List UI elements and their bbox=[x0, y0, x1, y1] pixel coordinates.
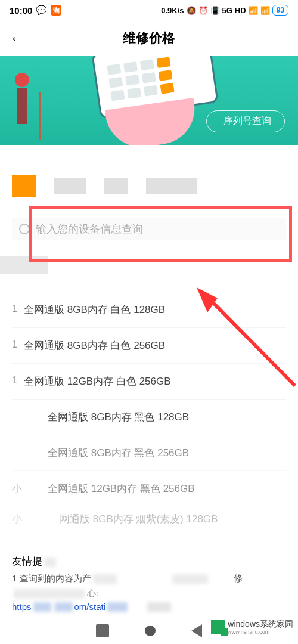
tab-row bbox=[12, 175, 286, 197]
watermark: windows系统家园 www.rishaifu.com bbox=[211, 619, 293, 635]
banner: 序列号查询 bbox=[0, 56, 298, 145]
alarm-icon: ⏰ bbox=[198, 6, 208, 15]
vibrate-icon: 📳 bbox=[210, 6, 220, 15]
list-item[interactable]: 全网通版 8GB内存 黑色 128GB bbox=[12, 400, 286, 435]
page-header: ← 维修价格 bbox=[0, 20, 298, 56]
list-item[interactable]: 全网通版 8GB内存 黑色 256GB bbox=[12, 435, 286, 471]
tab-active[interactable] bbox=[12, 175, 36, 197]
list-item[interactable]: 1 全网通版 8GB内存 白色 256GB bbox=[12, 328, 286, 364]
list-item[interactable]: 小 全网通版 12GB内存 黑色 256GB bbox=[12, 471, 286, 506]
search-icon bbox=[19, 224, 30, 234]
wifi-icon: 📶 bbox=[260, 6, 270, 15]
tab-item[interactable] bbox=[146, 178, 197, 194]
message-icon: 💬 bbox=[36, 5, 47, 16]
nav-recent-button[interactable] bbox=[96, 624, 109, 637]
hd-icon: HD bbox=[235, 6, 246, 15]
device-list: 1 全网通版 8GB内存 白色 128GB 1 全网通版 8GB内存 白色 25… bbox=[12, 292, 286, 537]
taobao-icon: 淘 bbox=[51, 5, 61, 16]
bell-off-icon: 🔕 bbox=[187, 6, 196, 15]
result-blur bbox=[0, 256, 48, 274]
tab-item[interactable] bbox=[54, 178, 86, 194]
signal-icon: 📶 bbox=[249, 6, 258, 15]
signal-5g-icon: 5G bbox=[222, 6, 232, 15]
list-item[interactable]: 1 全网通版 12GB内存 白色 256GB bbox=[12, 364, 286, 400]
page-title: 维修价格 bbox=[123, 29, 175, 47]
status-bar: 10:00 💬 淘 0.9K/s 🔕 ⏰ 📳 5G HD 📶 📶 93 bbox=[0, 0, 298, 20]
tab-item[interactable] bbox=[104, 178, 128, 194]
watermark-logo-icon bbox=[211, 620, 225, 634]
status-time: 10:00 bbox=[10, 5, 32, 16]
back-button[interactable]: ← bbox=[10, 29, 25, 48]
serial-query-button[interactable]: 序列号查询 bbox=[206, 110, 285, 132]
search-placeholder: 输入您的设备信息查询 bbox=[36, 222, 143, 236]
list-item[interactable]: 小 网通版 8GB内存 烟紫(素皮) 128GB bbox=[12, 506, 286, 537]
list-item[interactable]: 1 全网通版 8GB内存 白色 128GB bbox=[12, 292, 286, 328]
nav-home-button[interactable] bbox=[145, 626, 156, 636]
search-input[interactable]: 输入您的设备信息查询 bbox=[12, 218, 286, 240]
battery-indicator: 93 bbox=[272, 5, 288, 16]
nav-back-button[interactable] bbox=[191, 624, 202, 637]
net-speed: 0.9K/s bbox=[161, 6, 184, 15]
tips-section: 友情提 1 查询到的内容为产 修 心: https om/stati bbox=[12, 555, 286, 612]
